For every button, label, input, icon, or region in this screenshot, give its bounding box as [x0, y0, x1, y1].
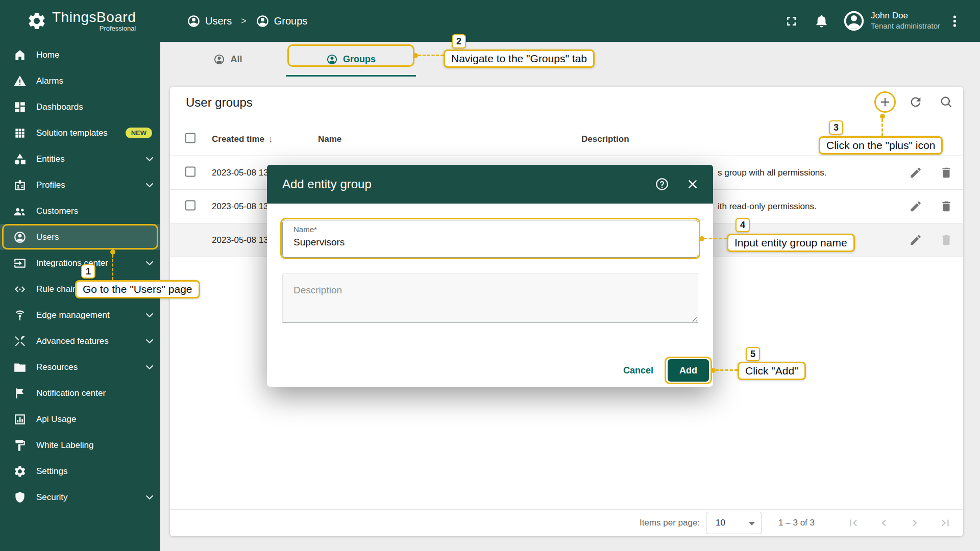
fullscreen-button[interactable] — [784, 14, 799, 29]
help-button[interactable] — [655, 177, 669, 191]
previous-page-icon — [877, 516, 891, 530]
column-name[interactable]: Name — [318, 134, 341, 144]
new-badge: NEW — [126, 128, 152, 138]
last-page-button — [934, 512, 957, 534]
annotation-label: Input entity group name — [727, 234, 855, 252]
sidebar-item-edge-management[interactable]: Edge management — [0, 302, 160, 328]
description-cell: s group with all permissions. — [718, 168, 827, 178]
edit-button[interactable] — [905, 230, 926, 251]
page-title: User groups — [186, 95, 253, 110]
chevron-down-icon — [146, 492, 153, 499]
column-description[interactable]: Description — [581, 134, 629, 144]
row-checkbox[interactable] — [185, 166, 195, 177]
annotation-number: 5 — [746, 347, 760, 361]
description-input[interactable] — [282, 273, 698, 323]
created-time-cell: 2023-05-08 13: — [212, 202, 271, 212]
thingsboard-logo[interactable]: ThingsBoard Professional — [0, 0, 160, 42]
sidebar-item-white-labeling[interactable]: White Labeling — [0, 432, 160, 458]
chevron-down-icon — [146, 336, 153, 343]
select-all-checkbox[interactable] — [185, 133, 195, 143]
flag-icon — [13, 387, 27, 400]
annotation-number: 1 — [81, 264, 95, 279]
sidebar-item-settings[interactable]: Settings — [0, 458, 160, 484]
items-per-page-select[interactable]: 10 — [706, 512, 762, 534]
sidebar-item-advanced-features[interactable]: Advanced features — [0, 328, 160, 354]
annotation-number: 4 — [736, 218, 750, 232]
breadcrumb-separator: > — [241, 16, 247, 27]
highlight-ring-plus — [874, 91, 896, 113]
highlight-ring-name-field — [280, 218, 700, 259]
row-checkbox[interactable] — [185, 200, 195, 210]
avatar[interactable] — [842, 9, 866, 33]
annotation-label: Click on the "plus" icon — [819, 136, 943, 155]
highlight-ring-add-button — [665, 357, 712, 384]
delete-button[interactable] — [936, 196, 957, 217]
settings-ethernet-icon — [13, 283, 27, 296]
annotation-label: Navigate to the "Groups" tab — [444, 49, 595, 68]
sidebar-item-alarms[interactable]: Alarms — [0, 68, 160, 94]
delete-button[interactable] — [936, 163, 957, 183]
people-icon — [13, 205, 27, 218]
input-icon — [13, 257, 27, 270]
account-circle-icon — [842, 9, 866, 33]
breadcrumb-users[interactable]: Users — [205, 15, 232, 27]
delete-icon — [940, 234, 953, 247]
highlight-ring-users — [2, 224, 158, 249]
topbar: Users > Groups John Doe Tenant administr… — [160, 0, 980, 42]
items-per-page-label: Items per page: — [640, 518, 700, 528]
sidebar-item-entities[interactable]: Entities — [0, 146, 160, 172]
edit-button[interactable] — [905, 163, 926, 183]
sidebar-item-notification-center[interactable]: Notification center — [0, 380, 160, 406]
refresh-button[interactable] — [905, 92, 926, 112]
account-circle-icon — [256, 14, 270, 28]
annotation-label: Click "Add" — [738, 362, 806, 380]
next-page-button — [903, 512, 926, 534]
cancel-button[interactable]: Cancel — [615, 360, 662, 381]
paginator: Items per page: 10 1 – 3 of 3 — [170, 509, 963, 536]
thingsboard-logo-icon — [27, 11, 47, 31]
dialog-header: Add entity group — [267, 165, 713, 204]
edit-icon — [909, 200, 922, 213]
connector-line — [716, 369, 738, 371]
user-info: John Doe Tenant administrator — [871, 11, 940, 31]
sidebar-item-security[interactable]: Security — [0, 484, 160, 510]
delete-button-disabled — [936, 230, 957, 251]
sort-desc-icon: ↓ — [268, 135, 273, 143]
home-icon — [13, 48, 27, 62]
user-name: John Doe — [871, 11, 940, 21]
breadcrumb-groups[interactable]: Groups — [274, 15, 308, 27]
construction-icon — [13, 335, 27, 348]
close-button[interactable] — [685, 177, 700, 191]
column-created-time[interactable]: Created time↓ — [212, 134, 273, 144]
connector-line — [704, 238, 727, 239]
edit-button[interactable] — [905, 196, 926, 217]
sidebar-item-customers[interactable]: Customers — [0, 198, 160, 224]
dropdown-caret-icon — [749, 522, 755, 525]
chevron-down-icon — [146, 180, 153, 187]
delete-icon — [940, 200, 953, 213]
search-button[interactable] — [936, 92, 957, 112]
logo-title: ThingsBoard — [52, 10, 136, 25]
connector-dot — [710, 368, 716, 373]
apps-icon — [13, 127, 27, 140]
sidebar-item-solution-templates[interactable]: Solution templatesNEW — [0, 120, 160, 146]
badge-icon — [13, 179, 27, 192]
category-icon — [13, 153, 27, 166]
chevron-down-icon — [146, 154, 153, 161]
page-range-label: 1 – 3 of 3 — [778, 518, 815, 528]
notifications-button[interactable] — [814, 14, 829, 29]
edit-icon — [909, 234, 922, 247]
annotation-number: 2 — [452, 34, 466, 48]
sidebar-item-resources[interactable]: Resources — [0, 354, 160, 380]
connector-line — [418, 55, 444, 56]
sidebar-item-profiles[interactable]: Profiles — [0, 172, 160, 198]
sidebar-item-home[interactable]: Home — [0, 42, 160, 68]
connector-line — [112, 255, 113, 280]
connector-line — [881, 119, 883, 136]
sidebar-item-dashboards[interactable]: Dashboards — [0, 94, 160, 120]
sidebar-item-api-usage[interactable]: Api Usage — [0, 406, 160, 432]
more-menu-button[interactable] — [947, 14, 962, 29]
tab-all[interactable]: All — [170, 42, 286, 77]
last-page-icon — [939, 516, 952, 530]
sidebar-item-integrations-center[interactable]: Integrations center — [0, 250, 160, 276]
